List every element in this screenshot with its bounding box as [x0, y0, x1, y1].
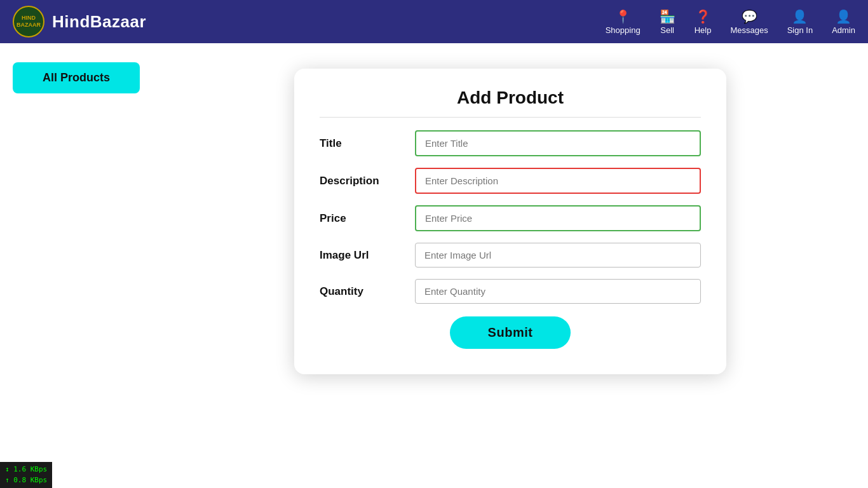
- brand-name: HindBazaar: [52, 12, 146, 32]
- all-products-button[interactable]: All Products: [13, 62, 140, 93]
- label-title: Title: [320, 137, 415, 150]
- nav-item-help[interactable]: ❓ Help: [695, 9, 712, 35]
- form-row-price: Price: [320, 205, 701, 231]
- nav-item-sell[interactable]: 🏪 Sell: [660, 9, 675, 35]
- input-description[interactable]: [415, 168, 701, 194]
- signin-icon: 👤: [792, 9, 808, 24]
- admin-icon: 👤: [836, 9, 851, 24]
- label-image-url: Image Url: [320, 249, 415, 262]
- nav-item-signin[interactable]: 👤 Sign In: [787, 9, 813, 35]
- messages-icon: 💬: [742, 9, 757, 24]
- label-description: Description: [320, 175, 415, 187]
- form-row-image-url: Image Url: [320, 243, 701, 268]
- submit-button[interactable]: Submit: [450, 316, 571, 349]
- status-line1: ↕ 1.6 KBps: [5, 464, 47, 475]
- nav-label-signin: Sign In: [787, 25, 813, 35]
- sidebar: All Products: [0, 43, 153, 488]
- nav-item-admin[interactable]: 👤 Admin: [832, 9, 855, 35]
- sell-icon: 🏪: [660, 9, 675, 24]
- navbar: HIND BAZAAR HindBazaar 📍 Shopping 🏪 Sell…: [0, 0, 868, 43]
- brand: HIND BAZAAR HindBazaar: [13, 6, 146, 37]
- status-line2: ↑ 0.8 KBps: [5, 475, 47, 486]
- add-product-form-card: Add Product Title Description Price Imag…: [294, 69, 726, 374]
- brand-logo: HIND BAZAAR: [13, 6, 44, 37]
- status-bar: ↕ 1.6 KBps ↑ 0.8 KBps: [0, 462, 52, 488]
- page-layout: All Products Add Product Title Descripti…: [0, 43, 868, 488]
- input-image-url[interactable]: [415, 243, 701, 268]
- nav-label-messages: Messages: [730, 25, 768, 35]
- nav-item-shopping[interactable]: 📍 Shopping: [606, 9, 641, 35]
- main-content: Add Product Title Description Price Imag…: [153, 43, 868, 488]
- nav-label-sell: Sell: [660, 25, 674, 35]
- form-title: Add Product: [320, 88, 701, 118]
- shopping-icon: 📍: [615, 9, 631, 24]
- brand-logo-text: HIND BAZAAR: [17, 15, 41, 29]
- input-price[interactable]: [415, 205, 701, 231]
- label-quantity: Quantity: [320, 285, 415, 298]
- input-title[interactable]: [415, 130, 701, 156]
- nav-label-help: Help: [695, 25, 712, 35]
- form-row-description: Description: [320, 168, 701, 194]
- nav-item-messages[interactable]: 💬 Messages: [730, 9, 768, 35]
- nav-label-admin: Admin: [832, 25, 855, 35]
- input-quantity[interactable]: [415, 279, 701, 304]
- nav-label-shopping: Shopping: [606, 25, 641, 35]
- form-row-quantity: Quantity: [320, 279, 701, 304]
- help-icon: ❓: [695, 9, 711, 24]
- navbar-nav: 📍 Shopping 🏪 Sell ❓ Help 💬 Messages 👤 Si…: [606, 9, 855, 35]
- form-row-title: Title: [320, 130, 701, 156]
- label-price: Price: [320, 212, 415, 225]
